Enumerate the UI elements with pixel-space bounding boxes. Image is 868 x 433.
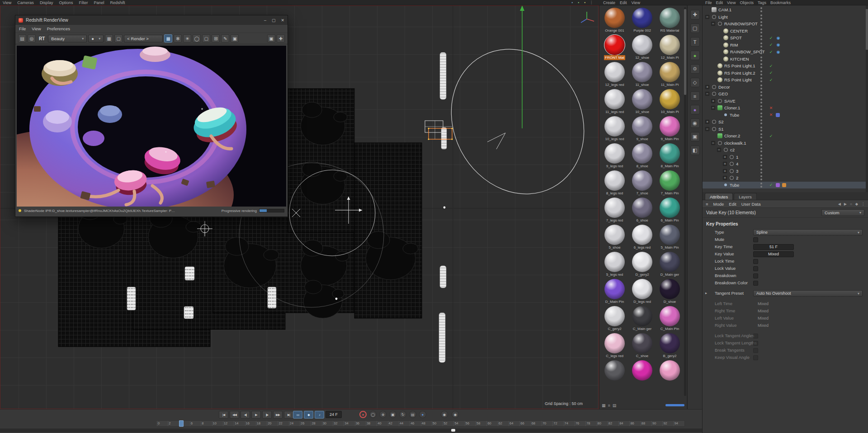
expand-icon[interactable]: + [723,169,727,173]
material-9-main-pin[interactable]: 9_Main Pin [656,116,684,141]
frame-label[interactable]: 82 [608,421,618,426]
object-row-c2[interactable]: −c2 [703,146,868,154]
nav-back-icon[interactable]: ◀ [838,202,841,206]
menu-item[interactable]: View [3,0,11,5]
list-view-icon[interactable]: ≡ [608,403,610,408]
visibility-dots[interactable] [760,119,762,125]
frame-label[interactable]: 60 [486,421,497,426]
layer-tag-icon[interactable] [782,183,786,187]
object-row-tube[interactable]: Tube✓ [703,182,868,189]
render-settings-icon[interactable]: ◉ [452,411,459,418]
renderview-titlebar[interactable]: Redshift RenderView – ▢ ✕ [15,15,288,25]
frame-label[interactable]: 6 [190,421,201,426]
record-scale-icon[interactable]: ▣ [389,411,396,418]
disabled-x-icon[interactable]: ✕ [769,106,774,110]
play-button[interactable]: ▶ [251,411,261,419]
keyframe-bar-toggle[interactable]: ◆ [304,411,313,419]
record-rotation-icon[interactable]: ↻ [399,411,406,418]
visibility-dots[interactable] [760,71,762,76]
frame-label[interactable]: 8 [201,421,212,426]
object-row-rainbow-spot[interactable]: −RAINBOW/SPOT [703,20,868,28]
object-row-tube[interactable]: Tube✕ [703,112,868,119]
frame-label[interactable]: 80 [597,421,608,426]
visibility-dots[interactable] [760,141,762,146]
compare-icon[interactable]: ▣ [267,34,275,42]
maximize-button[interactable]: ▢ [272,18,276,23]
collapse-icon[interactable]: − [705,92,709,96]
snapshot-icon[interactable]: ▤ [18,34,26,42]
object-row-4[interactable]: +4 [703,160,868,168]
expand-icon[interactable]: + [723,155,727,159]
material-11-main-pi[interactable]: 11_Main Pi [656,62,684,87]
material-10-main-pi[interactable]: 10_Main Pi [656,89,684,114]
material-7-legs-red[interactable]: 7_legs red [601,198,628,223]
diamond-null-icon[interactable]: ◇ [690,78,700,87]
frame-label[interactable]: 26 [300,421,311,426]
keep-visual-angle-checkbox[interactable] [753,355,758,360]
panel-menu-icon[interactable]: ⋮ [590,1,593,5]
minimize-button[interactable]: – [264,18,266,23]
render-visibility-icon[interactable]: ◉ [776,42,781,47]
hamburger-icon[interactable]: ≡ [706,202,708,207]
layers-icon[interactable]: ≡ [690,91,700,101]
attribute-menu-item[interactable]: User Data [741,202,761,207]
star-filter-icon[interactable]: ✻ [174,34,182,42]
visibility-dots[interactable] [760,127,762,132]
material-c-main-ger[interactable]: C_Main ger [628,306,656,331]
visibility-dots[interactable] [760,161,762,167]
material-10-shoe[interactable]: 10_shoe [628,89,656,114]
expand-icon[interactable]: + [723,176,727,180]
preset-dropdown[interactable]: Custom ▾ [821,209,864,216]
render-visibility-icon[interactable]: ◉ [776,36,781,40]
object-row-s1[interactable]: −S1 [703,126,868,133]
breakdown-checkbox[interactable] [753,273,758,278]
disabled-x-icon[interactable]: ✕ [769,113,774,117]
frame-label[interactable]: 32 [333,421,344,426]
image-icon[interactable]: ▣ [231,34,239,42]
visibility-dots[interactable] [760,7,762,13]
collapse-icon[interactable]: − [711,141,715,145]
visibility-dots[interactable] [760,14,762,20]
snowflake-freeze-icon[interactable]: ✳ [183,34,191,42]
frame-label[interactable]: 56 [465,421,476,426]
material-b-gery2[interactable]: B_gery2 [656,333,684,358]
enabled-check-icon[interactable]: ✓ [769,64,774,68]
material-5-main-pin[interactable]: 5_Main Pin [656,225,684,250]
material-purple-002[interactable]: Purple 002 [628,8,656,33]
material-d-shoe[interactable]: D_shoe [656,279,684,304]
enabled-check-icon[interactable]: ✓ [769,78,774,82]
renderview-window[interactable]: Redshift RenderView – ▢ ✕ FileViewPrefer… [15,15,288,217]
region-dashed-icon[interactable]: ▢ [202,34,210,42]
material-5-legs-red[interactable]: 5_legs red [601,252,628,277]
expand-icon[interactable]: ⊞ [212,34,220,42]
menu-item[interactable]: Edit [620,0,627,5]
object-row-rs-point-light[interactable]: RS Point Light✓ [703,76,868,84]
attribute-tab[interactable]: Layers [734,193,757,200]
visibility-dots[interactable] [760,147,762,153]
frame-label[interactable]: 46 [410,421,420,426]
material-swatch[interactable] [628,360,656,386]
material-d-legs-red[interactable]: D_legs red [628,279,656,304]
visibility-dots[interactable] [760,49,762,55]
frame-label[interactable]: 28 [311,421,321,426]
frame-label[interactable]: 72 [552,421,563,426]
material-c-main-pin[interactable]: C_Main Pin [656,306,684,331]
enabled-check-icon[interactable]: ✓ [769,50,774,54]
menu-item[interactable]: Options [59,0,73,5]
expand-icon[interactable]: + [711,99,715,103]
object-row-kitchen[interactable]: KITCHEN [703,56,868,63]
material-ball-icon[interactable]: ● [690,105,700,114]
frame-label[interactable]: 68 [531,421,542,426]
frame-label[interactable]: 76 [575,421,585,426]
render-image[interactable] [17,46,286,207]
material-d-main-pin[interactable]: D_Main Pin [601,279,628,304]
object-row-geo[interactable]: −GEO [703,90,868,98]
preview-range-toggle[interactable]: ▭ [293,411,302,419]
visibility-dots[interactable] [760,175,762,181]
small-view-icon[interactable]: ▤ [613,403,617,408]
object-row-cloner-2[interactable]: Cloner.2✓ [703,132,868,140]
start-render-icon[interactable]: ◎ [28,34,36,42]
render-visibility-icon[interactable]: ◉ [776,50,781,54]
frame-label[interactable]: 62 [498,421,509,426]
visibility-dots[interactable] [760,56,762,62]
